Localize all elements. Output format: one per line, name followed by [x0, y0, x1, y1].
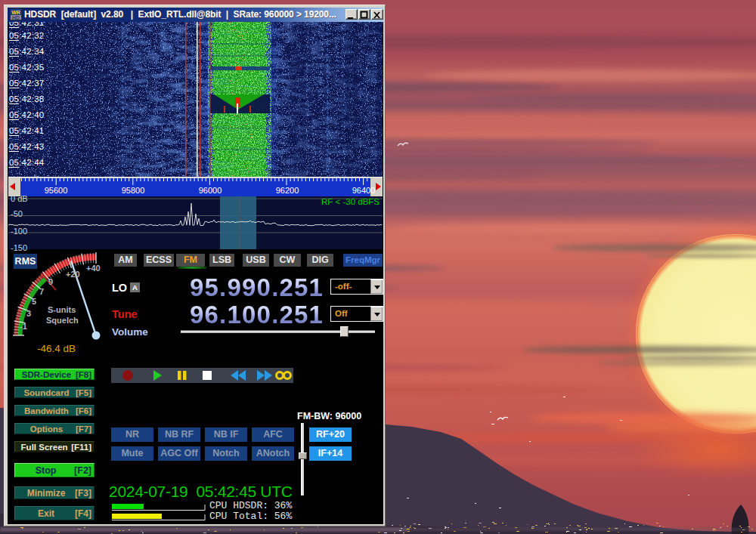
- svg-text:WR: WR: [11, 10, 20, 15]
- svg-text:HD: HD: [12, 15, 20, 20]
